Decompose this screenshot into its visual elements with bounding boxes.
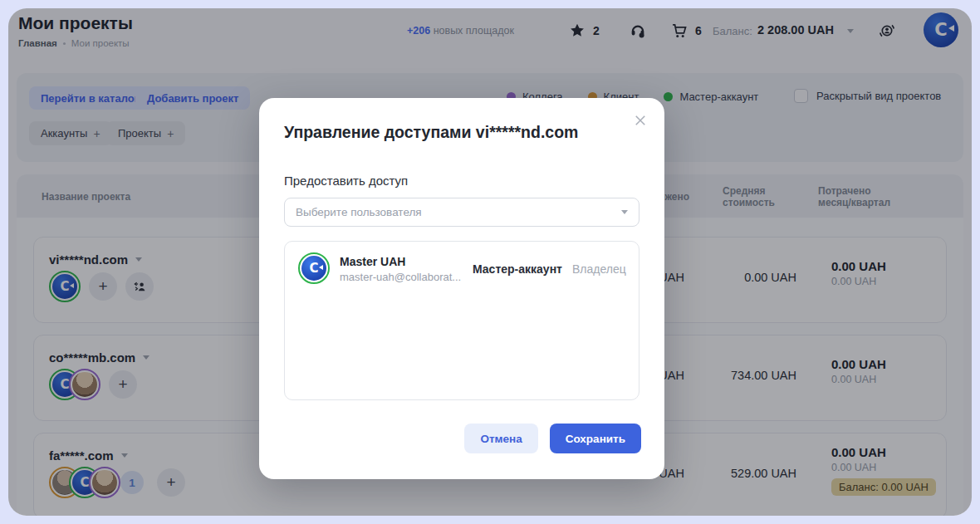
- user-select-placeholder: Выберите пользователя: [296, 206, 621, 218]
- access-management-modal: Управление доступами vi*****nd.com Предо…: [259, 98, 664, 479]
- grant-access-label: Предоставить доступ: [284, 174, 408, 188]
- select-caret-icon: [621, 210, 628, 214]
- access-user-list: C Master UAH master-uah@collaborat... Ма…: [284, 241, 639, 400]
- close-icon[interactable]: [633, 113, 648, 128]
- user-name: Master UAH: [340, 255, 405, 268]
- cancel-button[interactable]: Отмена: [464, 424, 537, 453]
- modal-title: Управление доступами vi*****nd.com: [284, 123, 578, 142]
- user-ownership: Владелец: [572, 262, 626, 276]
- modal-actions: Отмена Сохранить: [464, 424, 641, 453]
- save-button[interactable]: Сохранить: [550, 424, 641, 453]
- user-select-dropdown[interactable]: Выберите пользователя: [284, 198, 639, 227]
- user-list-item[interactable]: C Master UAH master-uah@collaborat... Ма…: [285, 242, 639, 296]
- user-role: Мастер-аккаунт: [473, 262, 562, 276]
- user-avatar-master: C: [298, 252, 330, 284]
- user-email: master-uah@collaborat...: [340, 271, 461, 283]
- app-window: Мои проекты Главная Мои проекты +206 нов…: [8, 8, 972, 516]
